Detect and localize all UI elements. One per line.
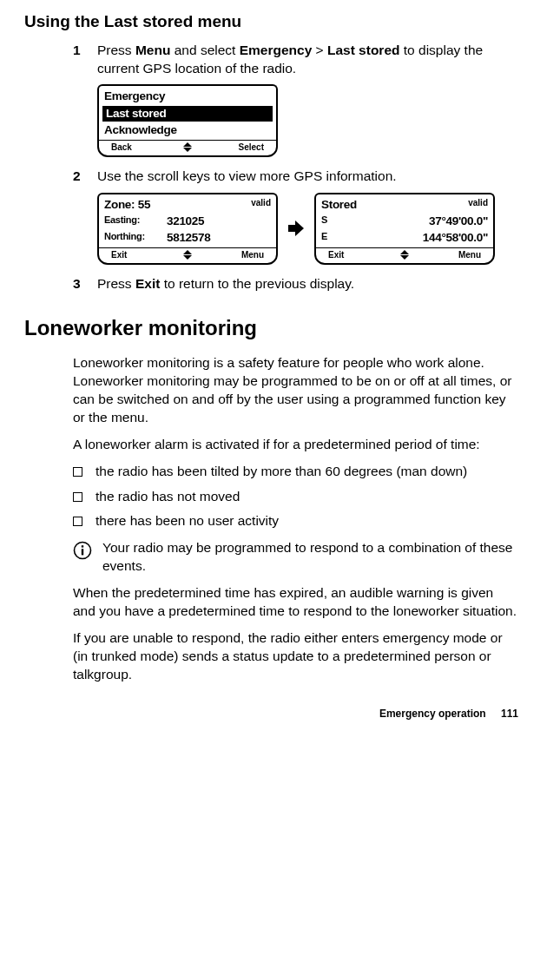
page-footer: Emergency operation 111 <box>24 707 518 721</box>
section-heading: Using the Last stored menu <box>24 10 518 33</box>
text-bold: Last stored <box>327 43 400 57</box>
text-bold: Menu <box>135 43 170 57</box>
softkey-menu: Menu <box>458 249 481 261</box>
scroll-indicator-icon <box>183 142 192 152</box>
lcd-lon-label: E <box>321 230 356 246</box>
paragraph: If you are unable to respond, the radio … <box>73 629 518 684</box>
list-item: the radio has not moved <box>73 488 518 506</box>
text: Press <box>97 276 135 291</box>
text: > <box>312 43 327 57</box>
lcd-northing-value: 5812578 <box>167 230 271 246</box>
softkey-back: Back <box>111 142 132 154</box>
lcd-item: Acknowledge <box>102 122 273 138</box>
lcd-zone-screen: Zone: 55 valid Easting:321025 Northing:5… <box>97 193 278 265</box>
text-bold: Exit <box>135 276 160 291</box>
step-text: Press Menu and select Emergency > Last s… <box>97 42 518 78</box>
lcd-stored-screen: Stored valid S37°49'00.0" E144°58'00.0" … <box>314 193 495 265</box>
lcd-easting-label: Easting: <box>104 214 167 229</box>
step-3: 3 Press Exit to return to the previous d… <box>73 275 518 293</box>
footer-section-label: Emergency operation <box>379 708 486 720</box>
lcd-title: Zone: 55 <box>102 197 273 213</box>
svg-rect-2 <box>82 550 83 556</box>
text: and select <box>170 43 239 57</box>
softkey-select: Select <box>239 142 264 154</box>
softkey-menu: Menu <box>241 249 264 261</box>
lcd-screenshot-row-2: Zone: 55 valid Easting:321025 Northing:5… <box>97 193 518 265</box>
paragraph: When the predetermined time has expired,… <box>73 584 518 621</box>
paragraph: Loneworker monitoring is a safety featur… <box>73 354 518 427</box>
page-number: 111 <box>501 708 518 720</box>
lcd-valid-label: valid <box>468 197 488 209</box>
scroll-indicator-icon <box>183 250 192 260</box>
paragraph: A loneworker alarm is activated if for a… <box>73 436 518 454</box>
list-item: there has been no user activity <box>73 512 518 530</box>
lcd-lat-value: 37°49'00.0" <box>356 214 488 229</box>
lcd-screenshot-1: Emergency Last stored Acknowledge Back S… <box>97 84 518 156</box>
lcd-emergency-menu: Emergency Last stored Acknowledge Back S… <box>97 84 278 156</box>
arrow-right-icon <box>287 219 306 238</box>
lcd-selected-item: Last stored <box>102 106 273 122</box>
lcd-lat-label: S <box>321 214 356 229</box>
softkey-exit: Exit <box>111 249 127 261</box>
lcd-title: Emergency <box>102 89 273 104</box>
lcd-easting-value: 321025 <box>167 214 271 229</box>
softkey-exit: Exit <box>328 249 344 261</box>
step-number: 1 <box>73 42 97 78</box>
step-number: 2 <box>73 168 97 186</box>
main-heading: Loneworker monitoring <box>24 314 518 342</box>
step-text: Press Exit to return to the previous dis… <box>97 275 518 293</box>
step-text: Use the scroll keys to view more GPS inf… <box>97 168 518 186</box>
list-item: the radio has been tilted by more than 6… <box>73 463 518 481</box>
step-number: 3 <box>73 275 97 293</box>
info-note: Your radio may be programmed to respond … <box>73 539 518 576</box>
svg-rect-1 <box>82 546 83 548</box>
text-bold: Emergency <box>240 43 313 57</box>
text: Press <box>97 43 135 57</box>
lcd-lon-value: 144°58'00.0" <box>356 230 488 246</box>
lcd-northing-label: Northing: <box>104 230 167 246</box>
bullet-list: the radio has been tilted by more than 6… <box>73 463 518 531</box>
lcd-valid-label: valid <box>251 197 271 209</box>
scroll-indicator-icon <box>400 250 409 260</box>
info-icon <box>73 541 97 560</box>
text: to return to the previous display. <box>160 276 354 291</box>
step-1: 1 Press Menu and select Emergency > Last… <box>73 42 518 78</box>
step-2: 2 Use the scroll keys to view more GPS i… <box>73 168 518 186</box>
info-text: Your radio may be programmed to respond … <box>102 539 518 576</box>
lcd-title: Stored <box>320 197 490 213</box>
